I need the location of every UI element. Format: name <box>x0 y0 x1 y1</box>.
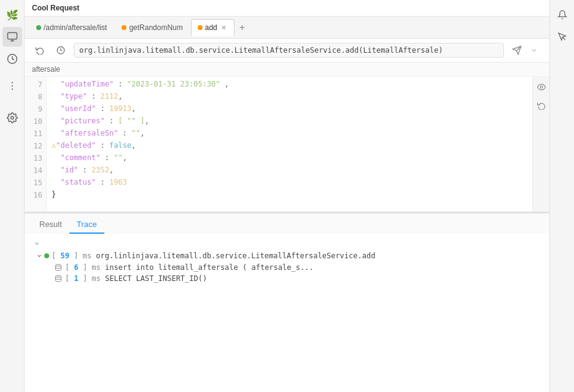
svg-point-6 <box>11 88 12 90</box>
line-numbers: 7 8 9 10 11 12 13 14 15 16 <box>25 77 47 212</box>
bell-icon[interactable] <box>553 5 572 25</box>
tab-dot-admin <box>36 25 41 30</box>
svg-rect-0 <box>7 33 17 39</box>
tab-dot-random <box>122 25 126 30</box>
svg-point-5 <box>11 85 12 86</box>
svg-point-11 <box>540 86 543 88</box>
code-line-12: ⚠ "deleted" : false , <box>52 139 527 152</box>
monitor-icon[interactable] <box>2 27 22 47</box>
cursor-icon[interactable] <box>553 27 572 47</box>
code-line-16: } <box>52 188 527 201</box>
send-group <box>509 42 542 58</box>
tab-dot-add <box>198 25 203 30</box>
url-display: org.linlinjava.litemall.db.service.Litem… <box>74 43 504 58</box>
history-button[interactable] <box>53 42 69 58</box>
left-sidebar: 🌿 <box>0 0 25 392</box>
svg-point-7 <box>10 117 14 120</box>
line-num-7: 7 <box>25 78 46 90</box>
title-bar: Cool Request <box>25 0 549 17</box>
line-num-10: 10 <box>25 115 46 127</box>
tab-trace[interactable]: Trace <box>69 216 104 234</box>
tab-close-add[interactable]: ✕ <box>220 23 228 33</box>
trace-root-text: org.linlinjava.litemall.db.service.Litem… <box>96 252 375 260</box>
new-tab-button[interactable]: + <box>236 21 249 34</box>
reload-button[interactable] <box>533 98 549 113</box>
trace-root-row: [ 59 ] ms org.linlinjava.litemall.db.ser… <box>32 250 542 262</box>
send-dropdown[interactable] <box>526 42 542 58</box>
code-line-10: "pictures" : [ "" ] , <box>52 115 527 127</box>
trace-child-1-ms: 6 <box>74 263 78 272</box>
leaf-icon[interactable]: 🌿 <box>2 5 22 25</box>
right-panel <box>549 0 574 392</box>
line-num-14: 14 <box>25 164 46 176</box>
trace-child-2-text: SELECT LAST_INSERT_ID() <box>105 274 207 283</box>
send-button[interactable] <box>509 42 525 58</box>
toolbar: org.linlinjava.litemall.db.service.Litem… <box>25 39 549 63</box>
line-num-15: 15 <box>25 176 46 188</box>
tab-label-add: add <box>205 23 217 32</box>
trace-collapse-row <box>32 237 542 250</box>
tab-label-admin: /admin/aftersale/list <box>44 23 107 32</box>
line-num-9: 9 <box>25 102 46 115</box>
trace-child-1-text: insert into litemall_aftersale ( aftersa… <box>105 263 314 272</box>
main-content: Cool Request /admin/aftersale/list getRa… <box>25 0 549 392</box>
refresh-button[interactable] <box>32 42 48 58</box>
tab-add[interactable]: add ✕ <box>191 19 235 36</box>
bottom-tabs: Result Trace <box>25 213 549 234</box>
line-num-11: 11 <box>25 127 46 139</box>
trace-child-1: [ 6 ] ms insert into litemall_aftersale … <box>32 262 542 273</box>
code-editor: 7 8 9 10 11 12 13 14 15 16 "updateTime" … <box>25 77 549 212</box>
bottom-section: Result Trace [ 59 ] ms org.linlinjava.li… <box>25 212 549 307</box>
tab-random[interactable]: getRandomNum <box>115 19 189 36</box>
line-num-16: 16 <box>25 188 46 201</box>
trace-collapse-button[interactable] <box>32 239 42 248</box>
line-num-12: 12 <box>25 139 46 152</box>
trace-panel: [ 59 ] ms org.linlinjava.litemall.db.ser… <box>25 234 549 307</box>
code-line-14: "id" : 2352 , <box>52 164 527 176</box>
more-icon[interactable] <box>2 76 22 96</box>
code-line-11: "aftersaleSn" : "" , <box>52 127 527 139</box>
app-title: Cool Request <box>32 4 79 12</box>
clock-icon[interactable] <box>2 49 22 69</box>
context-label: aftersale <box>25 63 549 77</box>
code-line-9: "userId" : 19913 , <box>52 102 527 115</box>
code-line-15: "status" : 1963 <box>52 176 527 188</box>
gear-icon[interactable] <box>2 108 22 128</box>
code-line-7: "updateTime" : "2023-01-31 23:05:30" , <box>52 78 527 90</box>
code-line-13: "comment" : "" , <box>52 152 527 164</box>
trace-db-icon-1 <box>54 263 63 272</box>
line-num-13: 13 <box>25 152 46 164</box>
trace-root-dot <box>44 253 49 258</box>
trace-db-icon-2 <box>54 274 63 283</box>
tabs-bar: /admin/aftersale/list getRandomNum add ✕… <box>25 17 549 39</box>
trace-child-2-ms: 1 <box>74 274 78 283</box>
tab-label-random: getRandomNum <box>129 23 182 32</box>
side-actions <box>532 77 549 212</box>
warning-icon: ⚠ <box>52 139 56 152</box>
svg-point-13 <box>56 275 61 277</box>
eye-button[interactable] <box>533 79 549 95</box>
trace-child-2: [ 1 ] ms SELECT LAST_INSERT_ID() <box>32 273 542 284</box>
code-text[interactable]: "updateTime" : "2023-01-31 23:05:30" , "… <box>47 77 532 212</box>
tab-admin[interactable]: /admin/aftersale/list <box>29 19 114 36</box>
svg-point-12 <box>56 264 61 266</box>
trace-root-ms: 59 <box>60 252 69 260</box>
key-updatetime: "updateTime" <box>52 78 114 90</box>
trace-root-expand[interactable] <box>34 251 44 261</box>
tab-result[interactable]: Result <box>32 216 69 234</box>
code-line-8: "type" : 2112 , <box>52 90 527 102</box>
line-num-8: 8 <box>25 90 46 102</box>
svg-point-4 <box>11 82 12 83</box>
